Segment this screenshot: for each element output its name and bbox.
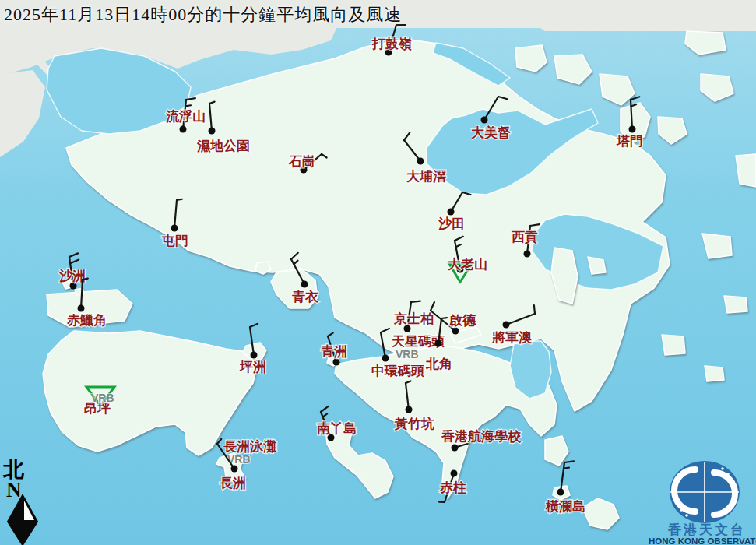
station-name: 青洲 (321, 344, 347, 359)
station-name: 沙田 (438, 216, 465, 231)
station-dot[interactable] (251, 352, 258, 359)
station-name: 大埔滘 (406, 169, 446, 184)
station-name: 濕地公園 (196, 139, 250, 153)
station-dot[interactable] (333, 359, 340, 366)
station-dot[interactable] (557, 489, 564, 496)
station-dot[interactable] (209, 128, 216, 135)
station-dot[interactable] (180, 126, 187, 133)
station-dot[interactable] (481, 117, 488, 124)
wind-barb-tick (83, 279, 88, 280)
station-dot[interactable] (503, 322, 510, 329)
station-dot[interactable] (78, 305, 85, 312)
hko-logo-chinese: 香港天文台 (667, 522, 746, 537)
station-name: 京士柏 (393, 311, 434, 326)
wind-barb-tick (185, 105, 191, 106)
vrb-indicator: VRB (396, 348, 419, 360)
station-name: 長洲 (220, 476, 246, 490)
station-name: 中環碼頭 (371, 364, 424, 378)
wind-barb-tick (177, 199, 182, 200)
station-dot[interactable] (451, 470, 458, 477)
station-dot[interactable] (524, 251, 531, 258)
station-dot[interactable] (417, 158, 424, 165)
station-name: 北角 (425, 357, 452, 371)
station-name: 西貢 (511, 230, 538, 244)
station-name: 香港航海學校 (441, 429, 522, 444)
station-name: 南丫島 (317, 421, 357, 436)
station-name: 啟德 (448, 313, 476, 328)
wind-barb-tick (534, 305, 535, 314)
station-ngong-ping[interactable]: 昂坪VRB (84, 387, 114, 416)
wind-barb-tick (441, 318, 447, 318)
station-dot[interactable] (382, 355, 389, 362)
station-dot[interactable] (452, 445, 459, 452)
station-name: 石崗 (288, 154, 315, 169)
wind-barb-tick (411, 301, 420, 302)
station-dot[interactable] (629, 126, 636, 133)
station-name: 大老山 (448, 257, 487, 272)
wind-barb-tick (564, 461, 574, 462)
vrb-indicator: VRB (91, 392, 114, 404)
station-name: 青衣 (292, 290, 319, 304)
hong-kong-basemap: 打鼓嶺流浮山濕地公園石崗大美督塔門大埔滘沙田西貢大老山屯門沙洲赤鱲角青衣京士柏啟… (0, 0, 756, 545)
station-dot[interactable] (435, 340, 442, 347)
station-name: 橫瀾島 (545, 499, 585, 514)
station-dot[interactable] (171, 225, 178, 232)
hko-logo-english: HONG KONG OBSERVATORY (649, 536, 756, 545)
station-name: 打鼓嶺 (371, 37, 412, 51)
station-name: 沙洲 (58, 269, 86, 283)
station-name: 坪洲 (239, 360, 266, 374)
station-name: 將軍澳 (491, 330, 533, 345)
wind-barb-tick (564, 468, 569, 469)
wind-map-page: 打鼓嶺流浮山濕地公園石崗大美督塔門大埔滘沙田西貢大老山屯門沙洲赤鱲角青衣京士柏啟… (0, 0, 756, 545)
station-name: 塔門 (616, 134, 643, 149)
north-letter: N (6, 478, 22, 501)
station-name: 屯門 (161, 234, 188, 248)
station-dot[interactable] (301, 281, 308, 288)
station-dot[interactable] (231, 466, 238, 473)
station-name: 赤柱 (439, 480, 466, 495)
station-name: 赤鱲角 (66, 313, 107, 328)
station-name: 流浮山 (165, 109, 206, 124)
map-title: 2025年11月13日14時00分的十分鐘平均風向及風速 (4, 3, 402, 26)
station-dot[interactable] (448, 209, 455, 216)
station-name: 大美督 (471, 125, 511, 140)
station-name: 長洲泳灘 (223, 439, 277, 454)
station-dot[interactable] (452, 328, 459, 335)
station-dot[interactable] (406, 406, 413, 413)
station-name: 黃竹坑 (394, 416, 434, 431)
